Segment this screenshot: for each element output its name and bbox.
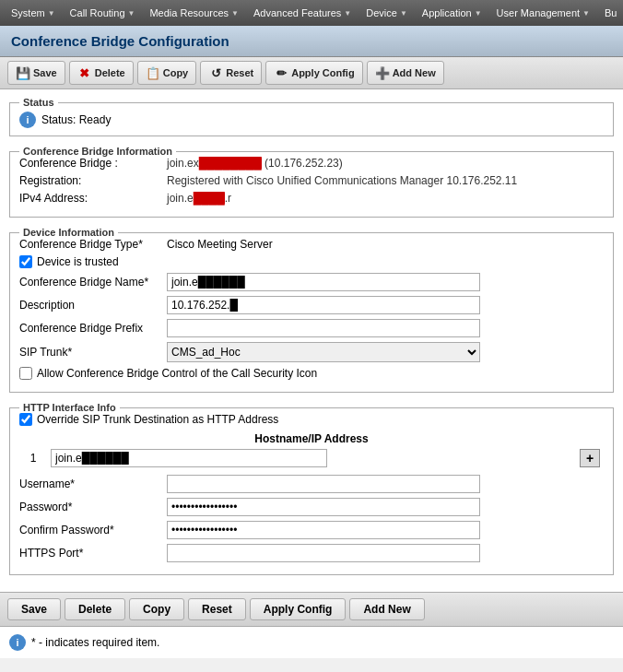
copy-bottom-button[interactable]: Copy: [129, 598, 184, 620]
apply-config-button[interactable]: ✏ Apply Config: [265, 61, 362, 85]
apply-config-icon: ✏: [274, 65, 288, 80]
nav-call-routing[interactable]: Call Routing ▼: [63, 0, 143, 26]
prefix-input[interactable]: 1002: [167, 319, 480, 337]
save-bottom-button[interactable]: Save: [7, 598, 61, 620]
password-row: Password*: [19, 498, 604, 516]
reset-icon: ↺: [208, 65, 223, 80]
bridge-name-value: join.ex████████ (10.176.252.23): [167, 157, 343, 170]
sip-trunk-select[interactable]: CMS_ad_Hoc: [167, 342, 480, 362]
add-new-bottom-button[interactable]: Add New: [349, 598, 424, 620]
bridge-type-row: Conference Bridge Type* Cisco Meeting Se…: [19, 238, 604, 251]
reset-button[interactable]: ↺ Reset: [200, 61, 262, 85]
sip-trunk-label: SIP Trunk*: [19, 346, 167, 359]
bridge-name-field-row: Conference Bridge Name*: [19, 273, 604, 291]
bridge-type-label: Conference Bridge Type*: [19, 238, 167, 251]
nav-advanced-features-arrow: ▼: [344, 9, 351, 18]
delete-bottom-button[interactable]: Delete: [65, 598, 125, 620]
nav-advanced-features[interactable]: Advanced Features ▼: [246, 0, 359, 26]
sip-trunk-row: SIP Trunk* CMS_ad_Hoc: [19, 342, 604, 362]
footer-info-icon: i: [9, 634, 26, 651]
delete-icon: ✖: [77, 65, 92, 80]
reset-bottom-button[interactable]: Reset: [188, 598, 246, 620]
nav-system[interactable]: System ▼: [4, 0, 63, 26]
password-label: Password*: [19, 501, 167, 513]
security-row: Allow Conference Bridge Control of the C…: [19, 367, 604, 380]
bridge-type-value: Cisco Meeting Server: [167, 238, 273, 251]
prefix-row: Conference Bridge Prefix 1002: [19, 319, 604, 337]
main-content: Status i Status: Ready Conference Bridge…: [0, 89, 623, 592]
ipv4-row: IPv4 Address: join.e████.r: [19, 192, 604, 205]
registration-row: Registration: Registered with Cisco Unif…: [19, 174, 604, 187]
save-button[interactable]: 💾 Save: [7, 61, 65, 85]
override-row: Override SIP Trunk Destination as HTTP A…: [19, 413, 604, 426]
nav-user-management[interactable]: User Management ▼: [489, 0, 597, 26]
nav-media-resources-arrow: ▼: [231, 9, 239, 18]
apply-config-bottom-button[interactable]: Apply Config: [250, 598, 347, 620]
description-row: Description: [19, 296, 604, 314]
https-port-input[interactable]: 445: [167, 544, 480, 562]
top-nav: System ▼ Call Routing ▼ Media Resources …: [0, 0, 623, 26]
confirm-password-row: Confirm Password*: [19, 521, 604, 539]
ipv4-label: IPv4 Address:: [19, 192, 167, 205]
nav-application-arrow: ▼: [475, 9, 482, 18]
copy-icon: 📋: [146, 65, 160, 80]
hostname-input[interactable]: [51, 449, 327, 467]
footer-note: i * - indicates required item.: [0, 627, 623, 658]
nav-device-arrow: ▼: [400, 9, 407, 18]
prefix-label: Conference Bridge Prefix: [19, 322, 167, 335]
nav-call-routing-arrow: ▼: [128, 9, 135, 18]
registration-label: Registration:: [19, 174, 167, 187]
override-label: Override SIP Trunk Destination as HTTP A…: [37, 413, 278, 426]
username-row: Username* apiadmin: [19, 475, 604, 493]
security-label: Allow Conference Bridge Control of the C…: [37, 367, 317, 380]
registration-value: Registered with Cisco Unified Communicat…: [167, 174, 517, 187]
save-icon: 💾: [16, 65, 30, 80]
required-note: * - indicates required item.: [31, 636, 159, 649]
trusted-checkbox[interactable]: [19, 255, 32, 268]
status-section-title: Status: [19, 97, 58, 108]
nav-bu[interactable]: Bu: [597, 0, 623, 26]
http-interface-title: HTTP Interface Info: [19, 402, 120, 413]
username-input[interactable]: apiadmin: [167, 475, 480, 493]
page-title: Conference Bridge Configuration: [0, 26, 623, 57]
description-input[interactable]: [167, 296, 480, 314]
status-value: Status: Ready: [41, 113, 111, 126]
https-port-label: HTTPS Port*: [19, 547, 167, 560]
bridge-name-label: Conference Bridge :: [19, 157, 167, 170]
status-info-icon: i: [19, 112, 36, 128]
bridge-name-input[interactable]: [167, 273, 480, 291]
username-label: Username*: [19, 477, 167, 490]
copy-button[interactable]: 📋 Copy: [137, 61, 197, 85]
hostname-table: Hostname/IP Address 1 +: [19, 430, 604, 469]
hostname-column-header: Hostname/IP Address: [47, 430, 576, 447]
description-label: Description: [19, 299, 167, 312]
bridge-info-section: Conference Bridge Information Conference…: [9, 146, 614, 218]
nav-device[interactable]: Device ▼: [359, 0, 415, 26]
status-section: Status i Status: Ready: [9, 97, 614, 136]
trusted-label: Device is trusted: [37, 255, 119, 268]
device-info-section: Device Information Conference Bridge Typ…: [9, 227, 614, 393]
row-number: 1: [19, 447, 47, 469]
add-hostname-button[interactable]: +: [580, 449, 600, 467]
nav-system-arrow: ▼: [48, 9, 55, 18]
https-port-row: HTTPS Port* 445: [19, 544, 604, 562]
hostname-row: 1 +: [19, 447, 604, 469]
delete-button[interactable]: ✖ Delete: [69, 61, 134, 85]
add-new-button[interactable]: ➕ Add New: [367, 61, 444, 85]
bridge-info-title: Conference Bridge Information: [19, 146, 176, 157]
toolbar: 💾 Save ✖ Delete 📋 Copy ↺ Reset ✏ Apply C…: [0, 57, 623, 89]
nav-media-resources[interactable]: Media Resources ▼: [142, 0, 246, 26]
add-new-icon: ➕: [375, 65, 390, 80]
nav-application[interactable]: Application ▼: [415, 0, 489, 26]
confirm-password-input[interactable]: [167, 521, 480, 539]
override-checkbox[interactable]: [19, 413, 32, 426]
trusted-row: Device is trusted: [19, 255, 604, 268]
ipv4-value: join.e████.r: [167, 192, 231, 205]
bridge-name-row: Conference Bridge : join.ex████████ (10.…: [19, 157, 604, 170]
nav-user-management-arrow: ▼: [582, 9, 590, 18]
password-input[interactable]: [167, 498, 480, 516]
confirm-password-label: Confirm Password*: [19, 524, 167, 536]
security-checkbox[interactable]: [19, 367, 32, 380]
http-interface-section: HTTP Interface Info Override SIP Trunk D…: [9, 402, 614, 575]
bottom-toolbar: Save Delete Copy Reset Apply Config Add …: [0, 592, 623, 627]
